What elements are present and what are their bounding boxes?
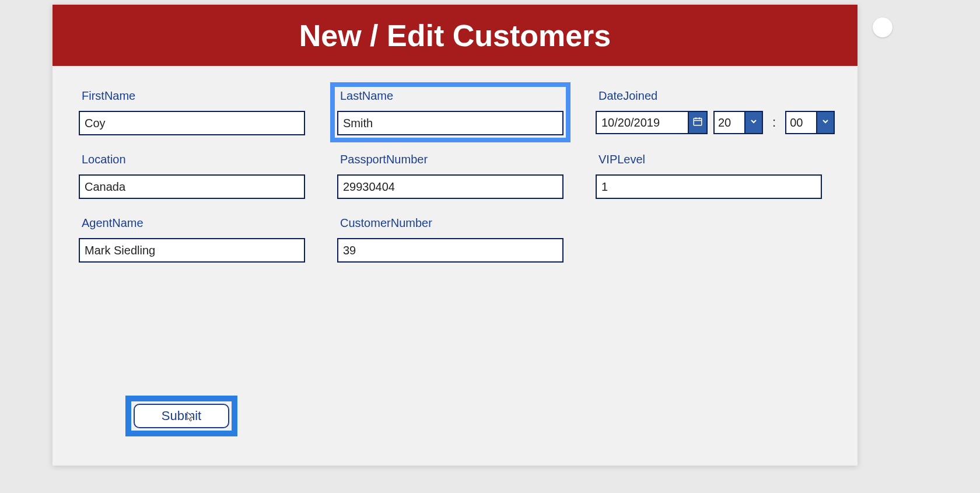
time-separator: : [772, 115, 776, 130]
label-location: Location [82, 153, 305, 166]
label-datejoined: DateJoined [598, 89, 835, 103]
highlight-lastname: LastName [330, 82, 570, 142]
chevron-down-icon [821, 117, 830, 128]
highlight-submit: Submit [125, 396, 237, 436]
form-row-1: FirstName LastName DateJoined [79, 89, 831, 135]
field-passport: PassportNumber [337, 153, 564, 199]
input-firstname[interactable] [79, 111, 305, 135]
minutes-dropdown-button[interactable] [817, 111, 835, 134]
close-button[interactable] [873, 18, 892, 37]
modal-title: New / Edit Customers [299, 18, 611, 53]
label-customernumber: CustomerNumber [340, 216, 564, 230]
form-body: FirstName LastName DateJoined [52, 66, 858, 292]
input-vip[interactable] [596, 174, 822, 199]
field-datejoined: DateJoined [596, 89, 835, 135]
chevron-down-icon [749, 117, 758, 128]
input-minutes[interactable] [785, 111, 817, 134]
field-lastname: LastName [337, 89, 564, 135]
label-passport: PassportNumber [340, 153, 564, 166]
form-row-2: Location PassportNumber VIPLevel [79, 153, 831, 199]
input-hours[interactable] [713, 111, 746, 134]
input-lastname[interactable] [337, 111, 564, 135]
submit-button[interactable]: Submit [134, 404, 229, 428]
input-customernumber[interactable] [337, 238, 564, 263]
customer-form-modal: New / Edit Customers FirstName LastName … [52, 5, 858, 466]
form-row-3: AgentName CustomerNumber [79, 216, 831, 263]
field-firstname: FirstName [79, 89, 305, 135]
label-lastname: LastName [340, 89, 564, 103]
date-group: : [596, 111, 835, 134]
field-location: Location [79, 153, 305, 199]
label-firstname: FirstName [82, 89, 305, 103]
label-vip: VIPLevel [598, 153, 822, 166]
input-passport[interactable] [337, 174, 564, 199]
hours-selector [713, 111, 763, 134]
label-agentname: AgentName [82, 216, 305, 230]
modal-header: New / Edit Customers [52, 5, 858, 66]
minutes-selector [785, 111, 835, 134]
field-customernumber: CustomerNumber [337, 216, 564, 263]
date-picker-button[interactable] [689, 111, 708, 134]
submit-area: Submit [125, 396, 237, 436]
field-agentname: AgentName [79, 216, 305, 263]
input-agentname[interactable] [79, 238, 305, 263]
input-date[interactable] [596, 111, 689, 134]
hours-dropdown-button[interactable] [746, 111, 763, 134]
input-location[interactable] [79, 174, 305, 199]
field-vip: VIPLevel [596, 153, 822, 199]
calendar-icon [692, 116, 703, 129]
svg-rect-2 [694, 118, 702, 125]
